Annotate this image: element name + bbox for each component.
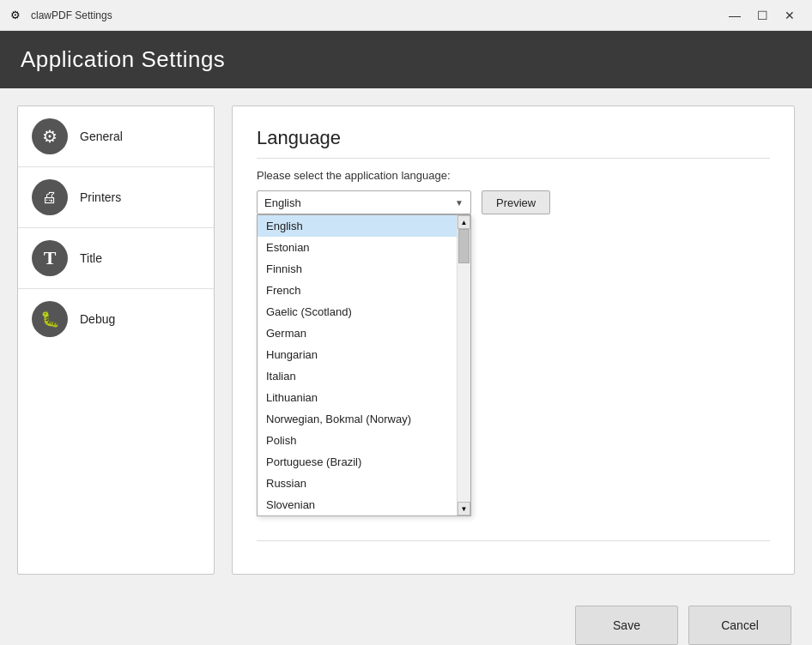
dropdown-item-finnish[interactable]: Finnish [258, 258, 470, 280]
title-bar-text: clawPDF Settings [31, 9, 112, 21]
app-icon: ⚙ [10, 9, 24, 22]
language-row: English ▼ English Estonian Finnish Frenc… [257, 190, 770, 214]
sidebar-item-general-label: General [80, 130, 123, 143]
title-icon: T [32, 240, 68, 276]
save-button[interactable]: Save [575, 606, 678, 645]
sidebar-item-debug-label: Debug [80, 312, 115, 326]
language-prompt: Please select the application language: [257, 169, 770, 182]
sidebar-item-title-label: Title [80, 251, 102, 265]
bottom-bar: Save Cancel [0, 592, 812, 645]
section-title: Language [257, 127, 770, 159]
chevron-down-icon: ▼ [455, 198, 464, 208]
title-bar-controls: — ☐ ✕ [723, 7, 802, 24]
scrollbar-up-arrow[interactable]: ▲ [458, 215, 470, 229]
sidebar-item-general[interactable]: ⚙ General [18, 106, 214, 167]
sidebar: ⚙ General 🖨 Printers T Title 🐛 Debug [17, 105, 215, 575]
printers-icon: 🖨 [32, 179, 68, 215]
general-icon: ⚙ [32, 118, 68, 154]
language-select-display[interactable]: English ▼ [257, 190, 471, 214]
dropdown-scrollbar[interactable]: ▲ ▼ [457, 215, 470, 515]
dropdown-item-english[interactable]: English [258, 215, 470, 237]
app-header: Application Settings [0, 31, 812, 88]
debug-icon: 🐛 [32, 301, 68, 337]
dropdown-item-lithuanian[interactable]: Lithuanian [258, 387, 470, 408]
sidebar-item-printers[interactable]: 🖨 Printers [18, 167, 214, 228]
scrollbar-down-arrow[interactable]: ▼ [458, 502, 470, 515]
dropdown-list: English Estonian Finnish French Gaelic (… [257, 214, 471, 516]
dropdown-item-estonian[interactable]: Estonian [258, 237, 470, 258]
title-bar: ⚙ clawPDF Settings — ☐ ✕ [0, 0, 812, 31]
title-bar-left: ⚙ clawPDF Settings [10, 9, 112, 22]
sidebar-item-title[interactable]: T Title [18, 228, 214, 289]
main-content: ⚙ General 🖨 Printers T Title 🐛 Debug Lan… [0, 88, 812, 592]
language-select-wrapper: English ▼ English Estonian Finnish Frenc… [257, 190, 471, 214]
close-button[interactable]: ✕ [778, 7, 802, 24]
dropdown-item-slovenian[interactable]: Slovenian [258, 494, 470, 515]
section-divider [257, 540, 770, 541]
dropdown-item-portuguese[interactable]: Portuguese (Brazil) [258, 451, 470, 473]
dropdown-item-russian[interactable]: Russian [258, 473, 470, 494]
selected-language-text: English [264, 196, 301, 209]
maximize-button[interactable]: ☐ [750, 7, 774, 24]
dropdown-item-hungarian[interactable]: Hungarian [258, 344, 470, 365]
dropdown-item-gaelic[interactable]: Gaelic (Scotland) [258, 301, 470, 322]
dropdown-item-german[interactable]: German [258, 322, 470, 344]
scrollbar-thumb[interactable] [458, 229, 470, 263]
dropdown-item-norwegian[interactable]: Norwegian, Bokmal (Norway) [258, 408, 470, 430]
dropdown-item-polish[interactable]: Polish [258, 430, 470, 451]
preview-button[interactable]: Preview [482, 190, 550, 214]
right-panel: Language Please select the application l… [232, 105, 795, 575]
app-header-title: Application Settings [21, 46, 225, 72]
sidebar-item-printers-label: Printers [80, 190, 121, 204]
dropdown-item-french[interactable]: French [258, 280, 470, 301]
minimize-button[interactable]: — [723, 7, 747, 24]
dropdown-item-italian[interactable]: Italian [258, 365, 470, 387]
sidebar-item-debug[interactable]: 🐛 Debug [18, 289, 214, 349]
cancel-button[interactable]: Cancel [688, 606, 791, 645]
